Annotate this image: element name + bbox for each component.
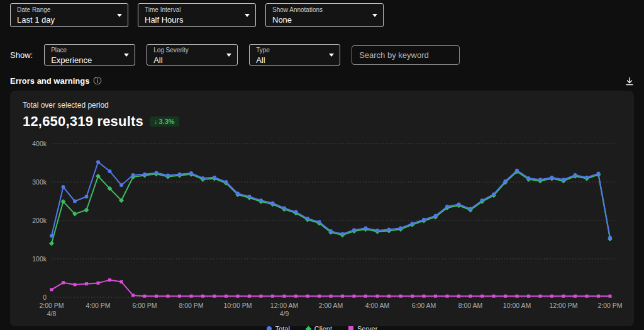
date-range-dropdown[interactable]: Date Range Last 1 day: [10, 3, 128, 27]
svg-text:8:00 PM: 8:00 PM: [179, 302, 203, 309]
date-range-label: Date Range: [17, 6, 111, 14]
show-annotations-value: None: [272, 14, 367, 26]
log-severity-value: All: [153, 55, 222, 66]
show-annotations-label: Show Annotations: [272, 6, 367, 14]
type-value: All: [256, 55, 325, 66]
summary-row: 12,650,319 results ↓ 3.3%: [23, 113, 621, 130]
chevron-down-icon: [226, 54, 231, 57]
svg-text:100k: 100k: [32, 255, 47, 263]
date-range-value: Last 1 day: [17, 14, 111, 26]
show-annotations-dropdown[interactable]: Show Annotations None: [265, 3, 384, 27]
errors-line-chart[interactable]: 0100k200k300k400k2:00 PM4/84:00 PM6:00 P…: [23, 136, 621, 325]
svg-text:6:00 AM: 6:00 AM: [412, 302, 436, 309]
legend-client-label: Client: [314, 325, 332, 330]
svg-text:2:00 AM: 2:00 AM: [319, 302, 343, 309]
arrow-down-icon: ↓: [154, 118, 158, 125]
svg-text:4:00 AM: 4:00 AM: [365, 302, 390, 309]
legend-total[interactable]: Total: [267, 325, 290, 330]
type-dropdown[interactable]: Type All: [249, 44, 340, 65]
summary-caption: Total over selected period: [23, 100, 621, 110]
svg-text:4:00 PM: 4:00 PM: [86, 302, 110, 309]
svg-text:12:00 AM: 12:00 AM: [270, 302, 298, 309]
time-interval-value: Half Hours: [145, 14, 239, 26]
section-header: Errors and warnings ⓘ: [0, 65, 644, 91]
errors-chart-card: Total over selected period 12,650,319 re…: [10, 91, 634, 326]
delta-value: 3.3%: [158, 118, 174, 125]
total-marker-icon: [267, 326, 272, 330]
svg-text:300k: 300k: [32, 178, 47, 186]
svg-text:4/9: 4/9: [280, 310, 289, 317]
svg-text:200k: 200k: [32, 217, 47, 224]
keyword-search: [352, 45, 460, 65]
download-icon[interactable]: [625, 77, 634, 86]
svg-text:400k: 400k: [32, 140, 47, 147]
svg-text:6:00 PM: 6:00 PM: [132, 302, 157, 309]
place-dropdown[interactable]: Place Experience: [44, 44, 135, 65]
svg-text:12:00 PM: 12:00 PM: [550, 302, 578, 309]
secondary-filter-bar: Show: Place Experience Log Severity All …: [0, 27, 644, 65]
info-icon[interactable]: ⓘ: [93, 77, 101, 85]
client-marker-icon: [305, 326, 311, 330]
legend-server-label: Server: [357, 325, 377, 330]
search-input[interactable]: [352, 45, 460, 65]
chart-legend: Total Client Server: [23, 325, 621, 330]
svg-text:2:00 PM: 2:00 PM: [597, 302, 622, 309]
type-label: Type: [256, 47, 325, 55]
summary-value: 12,650,319 results: [23, 113, 143, 130]
svg-text:0: 0: [43, 293, 47, 301]
errors-dashboard: Date Range Last 1 day Time Interval Half…: [0, 0, 644, 326]
delta-badge: ↓ 3.3%: [150, 117, 179, 127]
chevron-down-icon: [245, 14, 250, 17]
svg-text:10:00 PM: 10:00 PM: [224, 302, 252, 309]
show-label: Show:: [10, 50, 33, 60]
log-severity-dropdown[interactable]: Log Severity All: [147, 44, 238, 65]
place-label: Place: [51, 47, 119, 55]
legend-total-label: Total: [275, 325, 290, 330]
top-filter-bar: Date Range Last 1 day Time Interval Half…: [0, 0, 644, 27]
svg-text:10:00 AM: 10:00 AM: [503, 302, 531, 309]
legend-server[interactable]: Server: [348, 325, 377, 330]
svg-text:8:00 AM: 8:00 AM: [458, 302, 483, 309]
chevron-down-icon: [329, 54, 334, 57]
svg-text:4/8: 4/8: [47, 310, 57, 317]
place-value: Experience: [51, 55, 119, 66]
time-interval-dropdown[interactable]: Time Interval Half Hours: [138, 3, 256, 27]
chevron-down-icon: [124, 54, 129, 57]
legend-client[interactable]: Client: [306, 325, 332, 330]
chevron-down-icon: [117, 14, 122, 17]
section-title: Errors and warnings: [10, 76, 89, 86]
time-interval-label: Time Interval: [145, 6, 239, 14]
server-marker-icon: [348, 326, 353, 330]
log-severity-label: Log Severity: [153, 47, 222, 55]
chevron-down-icon: [372, 14, 377, 17]
svg-text:2:00 PM: 2:00 PM: [39, 302, 64, 309]
